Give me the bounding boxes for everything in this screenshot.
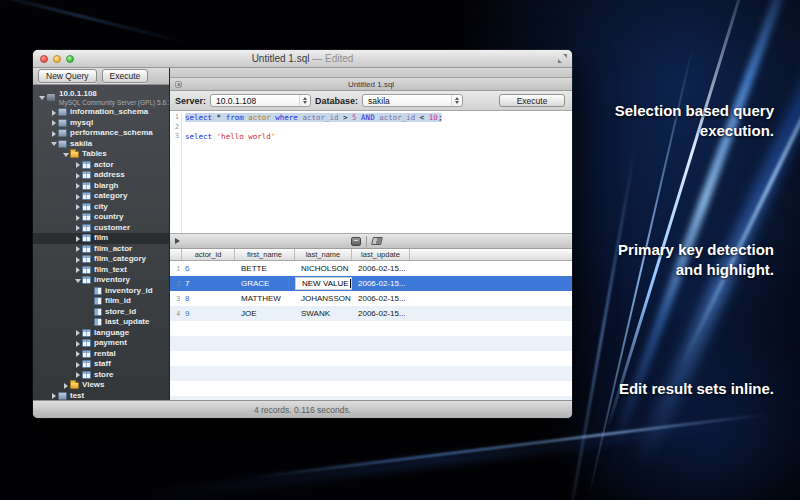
cell-last-name[interactable]: NEW VALUE	[295, 277, 352, 290]
sidebar-item-10-0-1-108[interactable]: 10.0.1.108MySQL Community Server (GPL) 5…	[33, 88, 169, 107]
sidebar-item-blargh[interactable]: blargh	[33, 181, 169, 192]
table-row[interactable]: 16BETTENICHOLSON2006-02-15...	[170, 261, 572, 276]
sidebar-item-staff[interactable]: staff	[33, 359, 169, 370]
cell-last-update[interactable]: 2006-02-15...	[352, 306, 410, 321]
cell-first-name[interactable]: MATTHEW	[235, 291, 295, 306]
disclosure-collapsed-icon[interactable]	[73, 171, 82, 180]
sidebar-item-customer[interactable]: customer	[33, 223, 169, 234]
disclosure-collapsed-icon[interactable]	[73, 202, 82, 211]
sidebar-item-film-category[interactable]: film_category	[33, 254, 169, 265]
cell-last-name[interactable]: SWANK	[295, 306, 352, 321]
new-query-button[interactable]: New Query	[38, 69, 97, 83]
disclosure-collapsed-icon[interactable]	[73, 370, 82, 379]
sidebar-item-film[interactable]: film	[33, 233, 169, 244]
sql-editor[interactable]: 123 select * from actor where actor_id >…	[170, 111, 572, 233]
execute-toolbar-button[interactable]: Execute	[102, 69, 149, 83]
sidebar-item-last-update[interactable]: last_update	[33, 317, 169, 328]
sidebar-item-performance-schema[interactable]: performance_schema	[33, 128, 169, 139]
disclosure-collapsed-icon[interactable]	[73, 349, 82, 358]
sql-token: *	[217, 113, 226, 122]
sidebar-item-language[interactable]: language	[33, 328, 169, 339]
sidebar-item-information-schema[interactable]: information_schema	[33, 107, 169, 118]
close-window-icon[interactable]	[40, 55, 48, 63]
disclosure-collapsed-icon[interactable]	[49, 391, 58, 400]
table-row[interactable]: 27GRACENEW VALUE2006-02-15...	[170, 276, 572, 291]
cell-first-name[interactable]: BETTE	[235, 261, 295, 276]
tab-close-icon[interactable]	[175, 81, 182, 88]
disclosure-collapsed-icon[interactable]	[73, 213, 82, 222]
disclosure-collapsed-icon[interactable]	[73, 160, 82, 169]
sidebar-item-film-id[interactable]: film_id	[33, 296, 169, 307]
sidebar-item-mysql[interactable]: mysql	[33, 118, 169, 129]
sidebar-item-sakila[interactable]: sakila	[33, 139, 169, 150]
sidebar-item-city[interactable]: city	[33, 202, 169, 213]
export-icon[interactable]	[351, 237, 361, 246]
disclosure-collapsed-icon[interactable]	[73, 328, 82, 337]
cell-actor-id[interactable]: 6	[182, 261, 235, 276]
results-disclosure-icon[interactable]	[175, 238, 180, 244]
database-select[interactable]: sakila	[362, 94, 463, 107]
eraser-icon[interactable]	[371, 237, 383, 245]
disclosure-collapsed-icon[interactable]	[73, 192, 82, 201]
disclosure-collapsed-icon[interactable]	[73, 244, 82, 253]
disclosure-collapsed-icon[interactable]	[73, 339, 82, 348]
sidebar-item-actor[interactable]: actor	[33, 160, 169, 171]
disclosure-collapsed-icon[interactable]	[61, 381, 70, 390]
cell-last-update[interactable]: 2006-02-15...	[352, 276, 410, 291]
table-row[interactable]: 38MATTHEWJOHANSSON2006-02-15...	[170, 291, 572, 306]
editor-code[interactable]: select * from actor where actor_id > 5 A…	[182, 113, 572, 233]
column-header-last-name[interactable]: last_name	[295, 249, 352, 260]
sidebar-item-film-text[interactable]: film_text	[33, 265, 169, 276]
cell-first-name[interactable]: GRACE	[235, 276, 295, 291]
fullscreen-icon[interactable]	[558, 54, 567, 63]
sidebar-item-category[interactable]: category	[33, 191, 169, 202]
server-select[interactable]: 10.0.1.108	[210, 94, 311, 107]
sidebar-item-store[interactable]: store	[33, 370, 169, 381]
cell-last-name[interactable]: JOHANSSON	[295, 291, 352, 306]
sidebar-tree[interactable]: 10.0.1.108MySQL Community Server (GPL) 5…	[33, 85, 169, 400]
sidebar-item-sublabel: MySQL Community Server (GPL) 5.6.1	[59, 99, 169, 107]
sql-token: 10	[429, 113, 438, 122]
cell-first-name[interactable]: JOE	[235, 306, 295, 321]
sidebar-item-tables[interactable]: Tables	[33, 149, 169, 160]
disclosure-collapsed-icon[interactable]	[73, 265, 82, 274]
sidebar-item-store-id[interactable]: store_id	[33, 307, 169, 318]
sidebar-item-views[interactable]: Views	[33, 380, 169, 391]
execute-query-button[interactable]: Execute	[499, 94, 565, 107]
tab-untitled-sql[interactable]: Untitled 1.sql	[348, 80, 394, 89]
sidebar-item-label: film_text	[94, 265, 127, 275]
disclosure-expanded-icon[interactable]	[49, 139, 58, 148]
title-bar[interactable]: Untitled 1.sql — Edited	[33, 50, 572, 68]
sidebar-item-rental[interactable]: rental	[33, 349, 169, 360]
cell-last-update[interactable]: 2006-02-15...	[352, 291, 410, 306]
disclosure-collapsed-icon[interactable]	[73, 255, 82, 264]
column-header-actor-id[interactable]: actor_id	[182, 249, 235, 260]
disclosure-collapsed-icon[interactable]	[49, 129, 58, 138]
cell-last-update[interactable]: 2006-02-15...	[352, 261, 410, 276]
disclosure-collapsed-icon[interactable]	[73, 181, 82, 190]
sidebar-item-address[interactable]: address	[33, 170, 169, 181]
table-row[interactable]: 49JOESWANK2006-02-15...	[170, 306, 572, 321]
disclosure-collapsed-icon[interactable]	[49, 118, 58, 127]
column-header-first-name[interactable]: first_name	[235, 249, 295, 260]
sidebar-item-payment[interactable]: payment	[33, 338, 169, 349]
sidebar-item-inventory-id[interactable]: inventory_id	[33, 286, 169, 297]
disclosure-collapsed-icon[interactable]	[73, 360, 82, 369]
zoom-window-icon[interactable]	[66, 55, 74, 63]
disclosure-expanded-icon[interactable]	[61, 150, 70, 159]
disclosure-expanded-icon[interactable]	[37, 93, 46, 102]
column-header-last-update[interactable]: last_update	[352, 249, 410, 260]
disclosure-collapsed-icon[interactable]	[73, 234, 82, 243]
cell-actor-id[interactable]: 9	[182, 306, 235, 321]
sidebar-item-country[interactable]: country	[33, 212, 169, 223]
sidebar-item-test[interactable]: test	[33, 391, 169, 401]
cell-actor-id[interactable]: 8	[182, 291, 235, 306]
cell-last-name[interactable]: NICHOLSON	[295, 261, 352, 276]
sidebar-item-film-actor[interactable]: film_actor	[33, 244, 169, 255]
sidebar-item-inventory[interactable]: inventory	[33, 275, 169, 286]
disclosure-collapsed-icon[interactable]	[49, 108, 58, 117]
disclosure-collapsed-icon[interactable]	[73, 223, 82, 232]
minimize-window-icon[interactable]	[53, 55, 61, 63]
disclosure-expanded-icon[interactable]	[73, 276, 82, 285]
cell-actor-id[interactable]: 7	[182, 276, 235, 291]
